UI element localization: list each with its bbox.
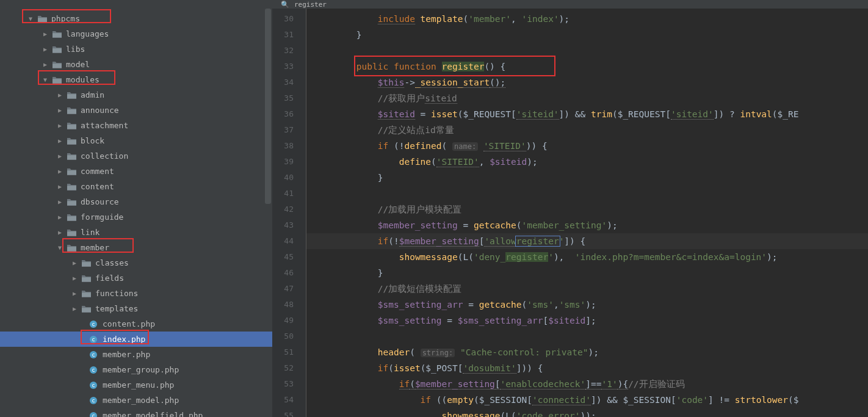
code-line-50[interactable] [306,328,868,344]
code-line-35[interactable]: //获取用户siteid [306,90,868,106]
folder-icon [81,259,92,267]
expand-arrow-icon[interactable] [56,137,63,144]
tree-label: member [81,243,109,252]
line-number: 35 [272,90,306,106]
code-line-44[interactable]: if(!$member_setting['allowregister']) { [306,233,868,249]
code-line-31[interactable]: } [306,27,868,43]
tree-item-content-php[interactable]: ccontent.php [0,316,272,332]
tree-scrollbar[interactable] [265,9,271,204]
code-line-34[interactable]: $this->_session_start(); [306,74,868,90]
code-line-52[interactable]: if(isset($_POST['dosubmit'])) { [306,360,868,376]
code-line-36[interactable]: $siteid = isset($_REQUEST['siteid']) && … [306,106,868,122]
line-number: 55 [272,408,306,417]
code-line-45[interactable]: showmessage(L('deny_register'), 'index.p… [306,249,868,265]
tree-item-functions[interactable]: functions [0,286,272,301]
line-number: 50 [272,328,306,344]
code-line-41[interactable] [306,186,868,201]
code-line-43[interactable]: $member_setting = getcache('member_setti… [306,217,868,233]
expand-arrow-icon[interactable] [71,275,78,281]
tree-item-libs[interactable]: libs [0,42,272,57]
code-line-55[interactable]: showmessage(L('code_error')); [306,408,868,417]
tree-item-member_menu-php[interactable]: cmember_menu.php [0,377,272,393]
php-file-icon: c [88,381,99,390]
tree-label: block [81,136,104,145]
tree-item-member_group-php[interactable]: cmember_group.php [0,362,272,377]
tree-item-member-php[interactable]: cmember.php [0,347,272,362]
code-line-40[interactable]: } [306,170,868,186]
code-line-54[interactable]: if ((empty($_SESSION['connectid']) && $_… [306,392,868,408]
expand-arrow-icon[interactable] [71,259,78,266]
expand-arrow-icon[interactable] [56,198,63,205]
tree-item-content[interactable]: content [0,179,272,194]
tree-item-dbsource[interactable]: dbsource [0,194,272,209]
tree-item-block[interactable]: block [0,133,272,148]
php-file-icon: c [88,335,99,344]
expand-arrow-icon[interactable] [56,183,63,190]
expand-arrow-icon[interactable] [56,168,63,175]
expand-arrow-icon[interactable] [42,31,49,37]
tree-label: link [81,228,99,237]
code-line-51[interactable]: header( string: "Cache-control: private"… [306,344,868,360]
code-line-47[interactable]: //加载短信模块配置 [306,281,868,297]
expand-arrow-icon[interactable] [42,61,49,68]
tree-item-languages[interactable]: languages [0,26,272,42]
tree-item-classes[interactable]: classes [0,255,272,270]
code-line-49[interactable]: $sms_setting = $sms_setting_arr[$siteid]… [306,313,868,328]
expand-arrow-icon[interactable] [56,92,63,98]
tree-label: admin [81,90,104,100]
tree-item-collection[interactable]: collection [0,148,272,164]
tree-item-announce[interactable]: announce [0,103,272,118]
tree-item-modules[interactable]: modules [0,72,272,87]
code-line-42[interactable]: //加载用户模块配置 [306,201,868,217]
line-number: 36 [272,106,306,122]
expand-arrow-icon[interactable] [56,153,63,159]
tree-item-formguide[interactable]: formguide [0,209,272,225]
tree-item-admin[interactable]: admin [0,87,272,103]
tree-item-fields[interactable]: fields [0,270,272,286]
expand-arrow-icon[interactable] [71,290,78,297]
tree-item-member_modelfield-php[interactable]: cmember_modelfield.php [0,408,272,417]
expand-arrow-icon[interactable] [71,305,78,312]
line-number: 46 [272,265,306,281]
folder-icon [66,213,77,222]
code-line-48[interactable]: $sms_setting_arr = getcache('sms','sms')… [306,297,868,313]
expand-arrow-icon[interactable] [56,107,63,114]
code-editor[interactable]: 3031323334353637383940414243444546474849… [272,9,868,417]
line-number: 38 [272,138,306,154]
tree-item-member[interactable]: member [0,240,272,255]
expand-arrow-icon[interactable] [42,76,49,83]
code-line-32[interactable] [306,43,868,59]
php-file-icon: c [88,320,99,328]
code-line-53[interactable]: if($member_setting['enablcodecheck']=='1… [306,376,868,392]
expand-arrow-icon[interactable] [56,214,63,220]
code-line-38[interactable]: if (!defined( name: 'SITEID')) { [306,138,868,154]
code-line-39[interactable]: define('SITEID', $siteid); [306,154,868,170]
tree-item-attachment[interactable]: attachment [0,118,272,133]
tree-item-comment[interactable]: comment [0,164,272,179]
tree-item-link[interactable]: link [0,225,272,240]
expand-arrow-icon[interactable] [27,15,34,22]
line-number: 49 [272,313,306,328]
tree-label: languages [66,29,109,38]
code-area[interactable]: include template('member', 'index'); } p… [306,9,868,417]
expand-arrow-icon[interactable] [56,122,63,129]
tree-item-index-php[interactable]: cindex.php [0,332,272,347]
tree-label: dbsource [81,197,119,206]
tree-item-member_model-php[interactable]: cmember_model.php [0,393,272,408]
code-line-33[interactable]: public function register() { [306,59,868,74]
code-line-30[interactable]: include template('member', 'index'); [306,11,868,27]
tree-item-templates[interactable]: templates [0,301,272,316]
tree-label: fields [95,274,124,283]
line-number: 47 [272,281,306,297]
code-line-46[interactable]: } [306,265,868,281]
project-tree[interactable]: phpcmslanguageslibsmodelmodulesadminanno… [0,9,272,417]
tree-item-model[interactable]: model [0,57,272,72]
code-line-37[interactable]: //定义站点id常量 [306,122,868,138]
expand-arrow-icon[interactable] [42,46,49,53]
tree-label: content.php [103,319,155,328]
expand-arrow-icon[interactable] [56,229,63,236]
tree-label: collection [81,151,128,161]
tree-item-phpcms[interactable]: phpcms [0,11,272,26]
expand-arrow-icon[interactable] [56,244,63,251]
folder-icon [66,228,77,237]
